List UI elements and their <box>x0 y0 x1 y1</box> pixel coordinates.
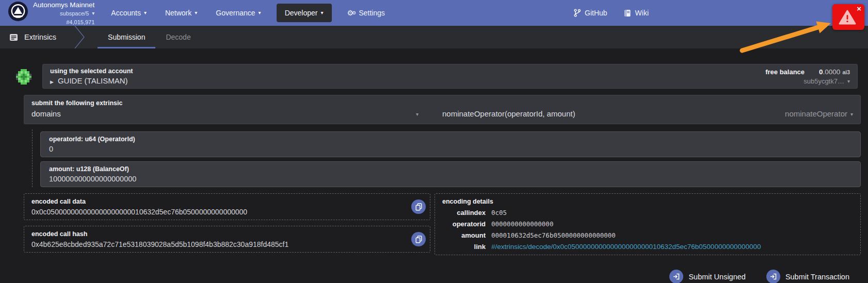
tab-bar: Extrinsics Submission Decode <box>0 26 868 48</box>
tab-submission[interactable]: Submission <box>98 26 155 48</box>
nav-item-accounts[interactable]: Accounts <box>108 5 150 21</box>
detail-row-link: link #/extrinsics/decode/0x0c05000000000… <box>442 243 853 251</box>
nav-menu: Accounts Network Governance Developer ⚙⚙… <box>108 4 388 22</box>
decode-link[interactable]: #/extrinsics/decode/0x0c0500000000000000… <box>491 243 761 251</box>
params-container: operatorId: u64 (OperatorId) 0 amount: u… <box>32 129 861 187</box>
method-selected: nominateOperator <box>785 109 853 118</box>
git-branch-icon <box>574 9 581 17</box>
extrinsics-icon <box>9 33 18 42</box>
github-link[interactable]: GitHub <box>574 9 607 17</box>
amount-input[interactable]: amount: u128 (BalanceOf) 100000000000000… <box>40 161 861 187</box>
nav-item-settings[interactable]: ⚙⚙ Settings <box>344 5 388 21</box>
copy-call-hash-button[interactable] <box>411 232 426 246</box>
account-address-dropdown[interactable]: sub5ycgtk7… <box>803 77 850 85</box>
nav-item-governance[interactable]: Governance <box>213 5 264 21</box>
operatorid-input[interactable]: operatorId: u64 (OperatorId) 0 <box>40 131 861 157</box>
account-name-dropdown[interactable]: GUIDE (TALISMAN) <box>50 76 133 85</box>
encoded-call-data-box: encoded call data 0x0c050000000000000000… <box>24 193 430 220</box>
tabs: Submission Decode <box>98 26 201 48</box>
best-block-number: #4,015,971 <box>66 19 94 26</box>
detail-row-operatorid: operatorid 0000000000000000 <box>442 220 853 228</box>
network-selector[interactable]: Autonomys Mainnet subspace/5 #4,015,971 <box>8 0 94 26</box>
submit-unsigned-button[interactable]: Submit Unsigned <box>669 270 745 283</box>
nav-item-network[interactable]: Network <box>162 5 200 21</box>
copy-icon <box>415 236 422 243</box>
param-value: 100000000000000000000 <box>49 175 852 183</box>
copy-icon <box>415 203 422 211</box>
encoded-call-data-value: 0x0c050000000000000000000010632d5ec76b05… <box>31 208 407 216</box>
triangle-right-icon <box>50 76 58 85</box>
pallet-dropdown[interactable]: domains <box>31 109 442 118</box>
detail-row-amount: amount 000010632d5ec76b0500000000000000 <box>442 231 853 239</box>
nav-item-developer[interactable]: Developer <box>277 4 332 22</box>
encoded-call-hash-box: encoded call hash 0x4b625e8cbded935a72c7… <box>24 226 430 253</box>
encoded-outputs: encoded call data 0x0c050000000000000000… <box>24 193 861 255</box>
breadcrumb-chevron <box>74 26 85 48</box>
book-icon <box>624 9 631 17</box>
top-nav: Autonomys Mainnet subspace/5 #4,015,971 … <box>0 0 868 26</box>
copy-call-data-button[interactable] <box>411 199 426 214</box>
autonomys-logo-icon <box>8 2 28 21</box>
sign-in-icon <box>766 270 780 283</box>
tab-decode[interactable]: Decode <box>155 26 201 48</box>
network-name: Autonomys Mainnet <box>33 2 94 9</box>
gears-icon: ⚙⚙ <box>347 9 355 17</box>
warning-triangle-icon <box>839 10 856 25</box>
method-dropdown[interactable]: nominateOperator(operatorId, amount) nom… <box>442 109 853 118</box>
param-label: amount: u128 (BalanceOf) <box>49 165 852 173</box>
account-label: using the selected account <box>50 68 133 75</box>
chevron-down-icon <box>413 109 419 118</box>
section-title: Extrinsics <box>9 26 74 48</box>
extrinsic-selector-card: submit the following extrinsic domains n… <box>24 95 861 124</box>
free-balance: free balance 0 .0000 ai3 <box>765 68 850 76</box>
detail-row-callindex: callindex 0c05 <box>442 209 853 217</box>
warning-badge[interactable]: × <box>832 4 864 30</box>
account-identicon[interactable] <box>16 69 31 85</box>
nav-external-links: GitHub Wiki <box>574 0 649 26</box>
encoded-call-hash-value: 0x4b625e8cbded935a72c71e5318039028a5d5b1… <box>31 240 407 248</box>
network-spec[interactable]: subspace/5 <box>60 10 94 18</box>
action-buttons: Submit Unsigned Submit Transaction <box>0 270 849 283</box>
encoding-details-box: encoding details callindex 0c05 operator… <box>435 193 861 255</box>
param-value: 0 <box>49 145 852 153</box>
method-signature: nominateOperator(operatorId, amount) <box>442 109 575 118</box>
wiki-link[interactable]: Wiki <box>624 9 649 17</box>
selected-account-card: using the selected account GUIDE (TALISM… <box>42 64 858 89</box>
close-icon[interactable]: × <box>857 5 861 12</box>
sign-in-icon <box>669 270 683 283</box>
app-root: Autonomys Mainnet subspace/5 #4,015,971 … <box>0 0 868 283</box>
submit-transaction-button[interactable]: Submit Transaction <box>766 270 849 283</box>
param-label: operatorId: u64 (OperatorId) <box>49 136 852 143</box>
extrinsic-label: submit the following extrinsic <box>31 99 853 107</box>
